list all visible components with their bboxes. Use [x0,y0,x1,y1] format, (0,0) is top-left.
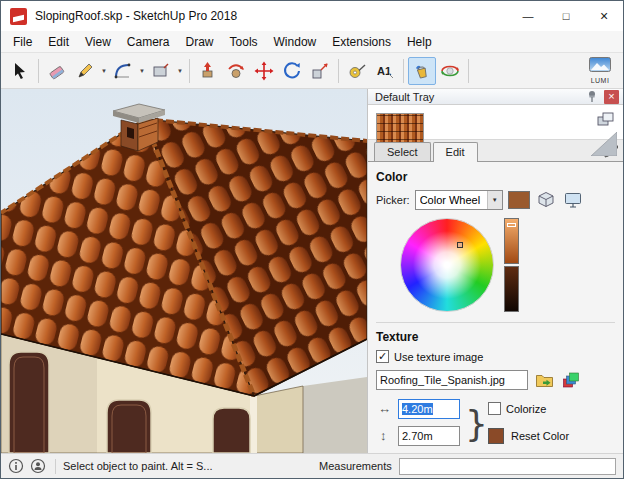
claim-credit-person-icon[interactable] [30,458,46,474]
tray-close-button[interactable]: × [604,90,619,104]
chevron-down-icon[interactable]: ▼ [487,191,502,209]
texture-width-value: 4.20m [402,403,433,415]
menu-camera[interactable]: Camera [119,33,178,51]
colorize-label: Colorize [506,403,546,415]
value-slider-upper[interactable] [504,218,519,264]
aspect-lock-brace[interactable]: } [465,396,488,450]
maximize-button[interactable]: □ [547,1,585,31]
svg-text:A1: A1 [377,65,391,77]
menu-window[interactable]: Window [266,33,325,51]
toolbar-separator [338,59,339,83]
match-color-on-screen-icon[interactable] [562,190,584,210]
follow-me-tool-button[interactable] [222,57,250,85]
push-pull-icon [198,61,218,81]
rectangle-tool-button[interactable] [147,57,175,85]
rotate-tool-button[interactable] [278,57,306,85]
menu-draw[interactable]: Draw [178,33,222,51]
wall-right-face[interactable] [254,386,303,453]
chimney-opening [127,127,134,139]
geolocation-info-icon[interactable] [8,458,24,474]
texture-height-input[interactable]: 2.70m [398,426,460,446]
orbit-icon [440,61,460,81]
picker-dropdown[interactable]: Color Wheel ▼ [415,190,503,210]
tab-select[interactable]: Select [374,142,431,161]
status-separator [55,459,56,474]
tape-measure-icon [347,61,367,81]
picker-dropdown-value: Color Wheel [420,194,487,206]
tray-title: Default Tray [375,91,584,103]
toolbar-separator [38,59,39,83]
use-texture-checkbox[interactable]: ✓ [376,350,389,363]
door-front-2[interactable] [213,408,250,453]
match-color-in-model-icon[interactable] [535,190,557,210]
follow-me-icon [226,61,246,81]
move-tool-button[interactable] [250,57,278,85]
wall-corner-trim [250,394,257,453]
menu-file[interactable]: File [5,33,40,51]
select-arrow-icon [10,61,30,81]
ground-right[interactable] [303,377,367,453]
texture-height-value: 2.70m [402,430,433,442]
text-tool-icon: A1 [375,61,395,81]
menu-help[interactable]: Help [399,33,440,51]
toolbar-separator [189,59,190,83]
line-tool-dropdown[interactable]: ▼ [99,57,109,85]
rotate-icon [282,61,302,81]
arc-icon [113,61,133,81]
width-arrow-icon: ↔ [378,401,391,416]
text-tool-button[interactable]: A1 [371,57,399,85]
line-tool-button[interactable] [71,57,99,85]
close-button[interactable]: × [585,1,623,31]
browse-texture-folder-icon[interactable] [533,370,555,390]
arc-tool-dropdown[interactable]: ▼ [137,57,147,85]
menu-view[interactable]: View [77,33,119,51]
menu-edit[interactable]: Edit [40,33,77,51]
eraser-icon [47,61,67,81]
color-wheel-row [400,218,615,312]
lumion-livesync-button[interactable]: LUMI [582,57,618,84]
measurements-input[interactable] [399,458,616,475]
model-canvas[interactable] [1,89,367,453]
secondary-pane-icon[interactable] [596,110,615,130]
menu-extensions[interactable]: Extensions [324,33,399,51]
status-hint: Select object to paint. Alt = S... [63,460,315,472]
color-section-heading: Color [376,170,615,184]
texture-section: Texture ✓ Use texture image ↔ [376,322,615,453]
move-icon [254,61,274,81]
orbit-tool-button[interactable] [436,57,464,85]
select-tool-button[interactable] [6,57,34,85]
texture-width-input[interactable]: 4.20m [398,399,460,419]
value-slider-lower[interactable] [504,266,519,312]
arc-tool-button[interactable] [109,57,137,85]
pin-icon[interactable] [584,89,600,104]
value-slider[interactable] [504,218,519,312]
minimize-button[interactable]: — [509,1,547,31]
tab-edit[interactable]: Edit [433,142,478,162]
tray-header[interactable]: Default Tray × [368,89,623,105]
texture-filename-input[interactable] [376,370,528,390]
toolbar-separator [403,59,404,83]
picker-label: Picker: [376,194,410,206]
reset-color-label: Reset Color [511,430,569,442]
door-left[interactable] [9,352,49,453]
use-texture-label: Use texture image [394,351,483,363]
model-viewport[interactable] [1,89,367,453]
colorize-checkbox[interactable] [488,402,501,415]
default-tray-panel: Default Tray × Select Edit Color [367,89,623,453]
eraser-tool-button[interactable] [43,57,71,85]
scale-tool-button[interactable] [306,57,334,85]
menu-tools[interactable]: Tools [222,33,266,51]
sample-triangle-icon [591,132,617,158]
color-wheel[interactable] [400,218,494,312]
current-color-swatch[interactable] [508,191,530,209]
status-bar: Select object to paint. Alt = S... Measu… [1,453,623,478]
texture-palette-icon[interactable] [560,370,582,390]
use-texture-row: ✓ Use texture image [376,350,615,363]
reset-color-swatch[interactable] [488,428,504,444]
push-pull-tool-button[interactable] [194,57,222,85]
reset-color-row: Reset Color [488,428,569,444]
tape-measure-tool-button[interactable] [343,57,371,85]
tool-bar: ▼ ▼ ▼ A1 [1,53,623,89]
paint-bucket-tool-button[interactable] [408,57,436,85]
rectangle-tool-dropdown[interactable]: ▼ [175,57,185,85]
